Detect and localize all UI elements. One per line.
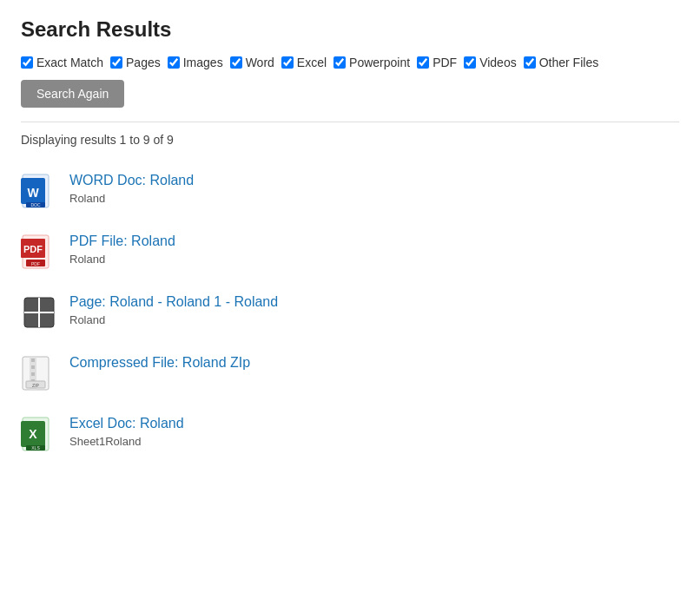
file-icon-page	[21, 294, 57, 331]
file-icon-excel: X XLS	[21, 416, 57, 452]
filter-item-exact-match: Exact Match	[21, 56, 103, 69]
filter-item-powerpoint: Powerpoint	[333, 56, 410, 69]
filter-label-exact-match: Exact Match	[36, 56, 103, 69]
result-count: Displaying results 1 to 9 of 9	[21, 133, 679, 147]
file-icon-zip: ZIP	[21, 355, 57, 391]
result-list: W DOC WORD Doc: RolandRoland PDF PDF PDF…	[21, 161, 679, 464]
svg-text:W: W	[27, 186, 39, 200]
filter-item-word: Word	[230, 56, 274, 69]
list-item: ZIP Compressed File: Roland ZIp	[21, 343, 679, 404]
result-info: Compressed File: Roland ZIp	[69, 355, 250, 371]
page-container: Search Results Exact MatchPagesImagesWor…	[0, 0, 700, 482]
filter-label-other-files: Other Files	[539, 56, 598, 69]
filter-item-other-files: Other Files	[524, 56, 598, 69]
svg-text:ZIP: ZIP	[32, 383, 39, 388]
filter-label-pdf: PDF	[433, 56, 457, 69]
list-item: X XLS Excel Doc: RolandSheet1Roland	[21, 404, 679, 464]
svg-text:X: X	[29, 427, 37, 441]
filter-checkbox-videos[interactable]	[464, 56, 476, 69]
filter-checkbox-images[interactable]	[168, 56, 180, 69]
filter-checkbox-exact-match[interactable]	[21, 56, 33, 69]
svg-rect-17	[31, 372, 35, 376]
result-subtitle: Roland	[69, 192, 194, 205]
filter-label-excel: Excel	[297, 56, 327, 69]
result-title-link[interactable]: WORD Doc: Roland	[69, 173, 194, 188]
divider	[21, 122, 679, 122]
result-title-link[interactable]: PDF File: Roland	[69, 233, 175, 249]
svg-text:PDF: PDF	[31, 261, 40, 266]
filter-label-images: Images	[183, 56, 223, 69]
svg-rect-15	[31, 358, 35, 362]
svg-text:DOC: DOC	[30, 202, 41, 207]
filter-checkbox-other-files[interactable]	[524, 56, 536, 69]
filter-label-videos: Videos	[479, 56, 517, 69]
result-info: WORD Doc: RolandRoland	[69, 173, 194, 205]
filter-item-pdf: PDF	[417, 56, 457, 69]
filter-item-excel: Excel	[281, 56, 327, 69]
list-item: Page: Roland - Roland 1 - RolandRoland	[21, 282, 679, 343]
filter-item-pages: Pages	[110, 56, 161, 69]
list-item: PDF PDF PDF File: RolandRoland	[21, 221, 679, 282]
result-title-link[interactable]: Compressed File: Roland ZIp	[69, 355, 250, 371]
svg-text:XLS: XLS	[31, 445, 40, 450]
filter-checkbox-word[interactable]	[230, 56, 242, 69]
result-title-link[interactable]: Page: Roland - Roland 1 - Roland	[69, 294, 278, 310]
filter-label-word: Word	[246, 56, 274, 69]
filter-item-videos: Videos	[464, 56, 517, 69]
svg-text:PDF: PDF	[23, 244, 43, 254]
filter-checkbox-pages[interactable]	[110, 56, 122, 69]
filter-item-images: Images	[168, 56, 223, 69]
result-info: Excel Doc: RolandSheet1Roland	[69, 416, 184, 448]
result-subtitle: Roland	[69, 313, 278, 326]
file-icon-pdf: PDF PDF	[21, 233, 57, 270]
filter-checkbox-excel[interactable]	[281, 56, 294, 69]
filter-checkbox-pdf[interactable]	[417, 56, 429, 69]
result-title-link[interactable]: Excel Doc: Roland	[69, 416, 184, 431]
filter-row: Exact MatchPagesImagesWordExcelPowerpoin…	[21, 56, 679, 69]
svg-rect-16	[31, 365, 35, 369]
filter-checkbox-powerpoint[interactable]	[333, 56, 346, 69]
search-again-button[interactable]: Search Again	[21, 80, 124, 108]
page-title: Search Results	[21, 17, 679, 42]
filter-label-powerpoint: Powerpoint	[349, 56, 410, 69]
file-icon-word: W DOC	[21, 173, 57, 209]
result-subtitle: Sheet1Roland	[69, 435, 184, 448]
result-subtitle: Roland	[69, 253, 175, 266]
list-item: W DOC WORD Doc: RolandRoland	[21, 161, 679, 221]
result-info: Page: Roland - Roland 1 - RolandRoland	[69, 294, 278, 326]
result-info: PDF File: RolandRoland	[69, 233, 175, 266]
filter-label-pages: Pages	[126, 56, 161, 69]
